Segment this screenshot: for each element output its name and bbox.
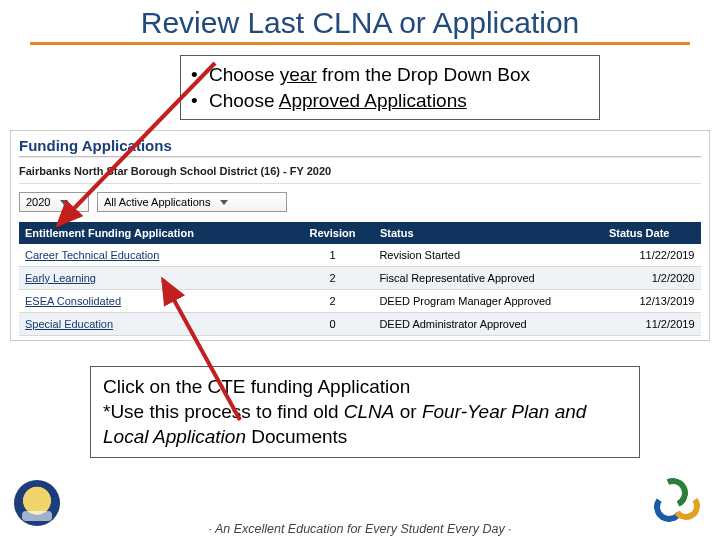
col-status: Status [373, 222, 577, 244]
app-link-esea[interactable]: ESEA Consolidated [19, 290, 292, 313]
year-select[interactable]: 2020 [19, 192, 89, 212]
district-label: Fairbanks North Star Borough School Dist… [19, 165, 701, 177]
col-application: Entitlement Funding Application [19, 222, 292, 244]
cell-status: Revision Started [373, 244, 577, 267]
note-line2-em1: CLNA [344, 401, 395, 422]
table-row: ESEA Consolidated 2 DEED Program Manager… [19, 290, 701, 313]
cell-date: 1/2/2020 [578, 267, 701, 290]
bullet-icon: • [191, 88, 209, 114]
cell-status: Fiscal Representative Approved [373, 267, 577, 290]
cell-status: DEED Program Manager Approved [373, 290, 577, 313]
note-line2-post: Documents [246, 426, 347, 447]
education-seal-icon [14, 480, 60, 526]
cell-rev: 0 [292, 313, 374, 336]
instructions-box: • Choose year from the Drop Down Box • C… [180, 55, 600, 120]
title-rule [30, 42, 690, 45]
app-screenshot: Funding Applications Fairbanks North Sta… [10, 130, 710, 341]
app-link-special-ed[interactable]: Special Education [19, 313, 292, 336]
cell-rev: 1 [292, 244, 374, 267]
note-box: Click on the CTE funding Application *Us… [90, 366, 640, 458]
instr2-pre: Choose [209, 90, 279, 111]
note-line2-pre: *Use this process to find old [103, 401, 344, 422]
table-row: Career Technical Education 1 Revision St… [19, 244, 701, 267]
filter-select[interactable]: All Active Applications [97, 192, 287, 212]
app-heading: Funding Applications [19, 137, 701, 154]
tri-ring-logo-icon [654, 478, 702, 526]
footer-tagline: · An Excellent Education for Every Stude… [0, 522, 720, 536]
col-revision: Revision [292, 222, 374, 244]
applications-table: Entitlement Funding Application Revision… [19, 222, 701, 336]
cell-rev: 2 [292, 267, 374, 290]
year-select-value: 2020 [26, 196, 50, 208]
filter-select-value: All Active Applications [104, 196, 210, 208]
table-row: Special Education 0 DEED Administrator A… [19, 313, 701, 336]
note-line1: Click on the CTE funding Application [103, 375, 627, 400]
cell-date: 11/2/2019 [578, 313, 701, 336]
cell-date: 12/13/2019 [578, 290, 701, 313]
instr2-underline: Approved Applications [279, 90, 467, 111]
cell-status: DEED Administrator Approved [373, 313, 577, 336]
chevron-down-icon [60, 200, 68, 205]
table-row: Early Learning 2 Fiscal Representative A… [19, 267, 701, 290]
bullet-icon: • [191, 62, 209, 88]
note-line2-mid: or [394, 401, 421, 422]
instr1-pre: Choose [209, 64, 280, 85]
col-status-date: Status Date [578, 222, 701, 244]
chevron-down-icon [220, 200, 228, 205]
app-link-early-learning[interactable]: Early Learning [19, 267, 292, 290]
app-link-cte[interactable]: Career Technical Education [19, 244, 292, 267]
instr1-post: from the Drop Down Box [317, 64, 530, 85]
slide-title: Review Last CLNA or Application [0, 0, 720, 40]
instr1-underline: year [280, 64, 317, 85]
cell-date: 11/22/2019 [578, 244, 701, 267]
cell-rev: 2 [292, 290, 374, 313]
